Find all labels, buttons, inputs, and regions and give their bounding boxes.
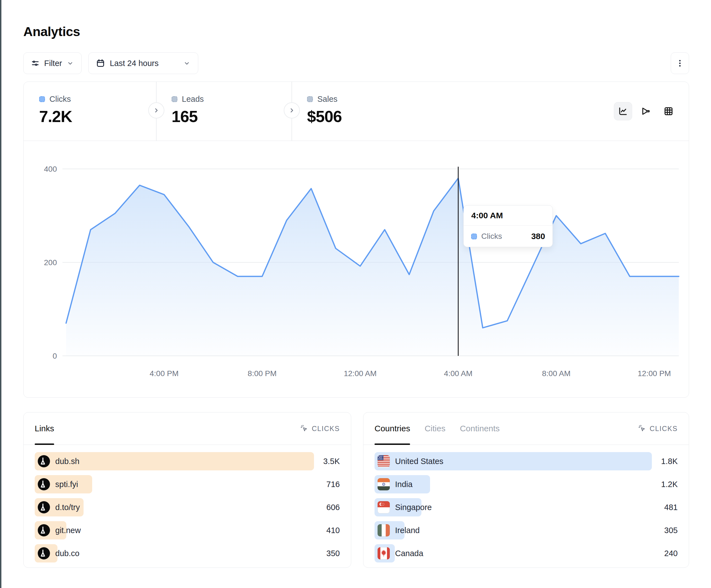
x-axis-tick-label: 8:00 AM	[542, 369, 570, 378]
clicks-metric-value: 7.2K	[39, 107, 156, 126]
links-panel: Links CLICKS dub.sh3.5Kspti.fyi716d.to/t…	[23, 412, 351, 568]
table-view-button[interactable]	[659, 102, 678, 120]
x-axis-tick-label: 8:00 PM	[247, 369, 277, 378]
singapore-flag-icon	[378, 501, 390, 513]
list-item[interactable]: d.to/try606	[35, 498, 340, 516]
us-flag-icon	[378, 455, 390, 467]
expand-leads-button[interactable]	[148, 103, 164, 118]
row-value: 716	[326, 480, 340, 489]
row-value: 1.2K	[661, 480, 678, 489]
left-accent-bar	[0, 0, 1, 588]
filter-button[interactable]: Filter	[23, 52, 82, 74]
chart-tooltip: 4:00 AM Clicks 380	[464, 205, 553, 247]
dub-favicon-icon	[38, 478, 50, 490]
analytics-page: Analytics Filter Last 24 hours	[23, 0, 689, 568]
india-flag-icon	[378, 478, 390, 490]
leads-metric-label: Leads	[182, 95, 204, 104]
tab-cities[interactable]: Cities	[425, 412, 445, 445]
filter-icon	[31, 59, 40, 68]
list-item[interactable]: dub.co350	[35, 544, 340, 563]
cursor-click-icon	[300, 424, 308, 433]
breakdown-panels: Links CLICKS dub.sh3.5Kspti.fyi716d.to/t…	[23, 412, 689, 568]
funnel-icon	[641, 106, 651, 116]
row-label: dub.sh	[55, 457, 80, 466]
tooltip-time: 4:00 AM	[464, 205, 553, 226]
list-item[interactable]: spti.fyi716	[35, 475, 340, 493]
dub-favicon-icon	[38, 524, 50, 537]
clicks-legend-square	[39, 96, 45, 102]
cursor-click-icon	[638, 424, 646, 433]
tab-clicks[interactable]: Clicks 7.2K	[24, 82, 156, 141]
chevron-right-icon	[288, 107, 295, 114]
tooltip-series-label: Clicks	[481, 232, 502, 241]
grid-table-icon	[663, 106, 674, 116]
tooltip-legend-square	[471, 233, 477, 239]
links-list: dub.sh3.5Kspti.fyi716d.to/try606git.new4…	[24, 445, 351, 563]
sales-legend-square	[307, 96, 313, 102]
row-label: d.to/try	[55, 503, 80, 512]
row-label: Canada	[395, 549, 423, 558]
geo-list: United States1.8KIndia1.2KSingapore481Ir…	[363, 445, 689, 563]
chevron-down-icon	[183, 59, 191, 67]
tab-countries[interactable]: Countries	[374, 412, 410, 445]
funnel-view-button[interactable]	[637, 102, 655, 120]
row-value: 410	[326, 526, 340, 535]
kebab-menu-icon	[675, 59, 685, 68]
metrics-tab-row: Clicks 7.2K Leads 165	[24, 82, 689, 141]
chevron-right-icon	[153, 107, 160, 114]
clicks-metric-label: Clicks	[49, 95, 71, 104]
chart-view-switcher	[614, 82, 689, 141]
x-axis-tick-label: 12:00 PM	[638, 369, 671, 378]
row-label: git.new	[55, 526, 81, 535]
date-range-label: Last 24 hours	[110, 59, 158, 68]
row-value: 240	[664, 549, 678, 558]
tab-links[interactable]: Links	[35, 412, 54, 445]
geo-metric-header[interactable]: CLICKS	[638, 424, 678, 433]
list-item[interactable]: Ireland305	[374, 521, 678, 540]
list-item[interactable]: Canada240	[374, 544, 678, 563]
row-value: 350	[326, 549, 340, 558]
date-range-button[interactable]: Last 24 hours	[88, 52, 198, 74]
sales-metric-value: $506	[307, 107, 424, 126]
row-label: dub.co	[55, 549, 80, 558]
x-axis-tick-label: 12:00 AM	[344, 369, 376, 378]
sales-metric-label: Sales	[317, 95, 338, 104]
dub-favicon-icon	[38, 547, 50, 560]
clicks-area-fill	[66, 178, 679, 356]
y-axis-tick-label: 400	[44, 165, 57, 173]
list-item[interactable]: git.new410	[35, 521, 340, 540]
list-item[interactable]: India1.2K	[374, 475, 678, 493]
geo-metric-header-label: CLICKS	[650, 425, 678, 433]
canada-flag-icon	[378, 547, 390, 560]
calendar-icon	[96, 59, 105, 68]
links-panel-header: Links CLICKS	[24, 412, 351, 445]
list-item[interactable]: dub.sh3.5K	[35, 452, 340, 470]
expand-sales-button[interactable]	[284, 103, 300, 118]
leads-legend-square	[172, 96, 177, 102]
page-title: Analytics	[23, 24, 689, 39]
row-label: Ireland	[395, 526, 420, 535]
geo-panel: CountriesCitiesContinents CLICKS United …	[363, 412, 689, 568]
list-item[interactable]: United States1.8K	[374, 452, 678, 470]
line-chart-view-button[interactable]	[614, 102, 632, 120]
row-label: United States	[395, 457, 444, 466]
tab-sales[interactable]: Sales $506	[292, 82, 424, 141]
geo-panel-header: CountriesCitiesContinents CLICKS	[363, 412, 689, 445]
dub-favicon-icon	[38, 501, 50, 513]
clicks-time-series-plot[interactable]: 02004004:00 PM8:00 PM12:00 AM4:00 AM8:00…	[24, 141, 689, 397]
analytics-chart-card: Clicks 7.2K Leads 165	[23, 82, 689, 398]
row-label: Singapore	[395, 503, 432, 512]
links-metric-header[interactable]: CLICKS	[300, 424, 340, 433]
tab-continents[interactable]: Continents	[460, 412, 499, 445]
more-options-button[interactable]	[671, 52, 689, 74]
links-metric-header-label: CLICKS	[312, 425, 340, 433]
toolbar: Filter Last 24 hours	[23, 52, 689, 74]
tab-leads[interactable]: Leads 165	[156, 82, 292, 141]
list-item[interactable]: Singapore481	[374, 498, 678, 516]
geo-tabs: CountriesCitiesContinents	[374, 412, 500, 445]
row-value: 3.5K	[323, 457, 340, 466]
row-value: 481	[664, 503, 678, 512]
row-value: 606	[326, 503, 340, 512]
row-value: 1.8K	[661, 457, 678, 466]
tooltip-value: 380	[531, 232, 545, 241]
